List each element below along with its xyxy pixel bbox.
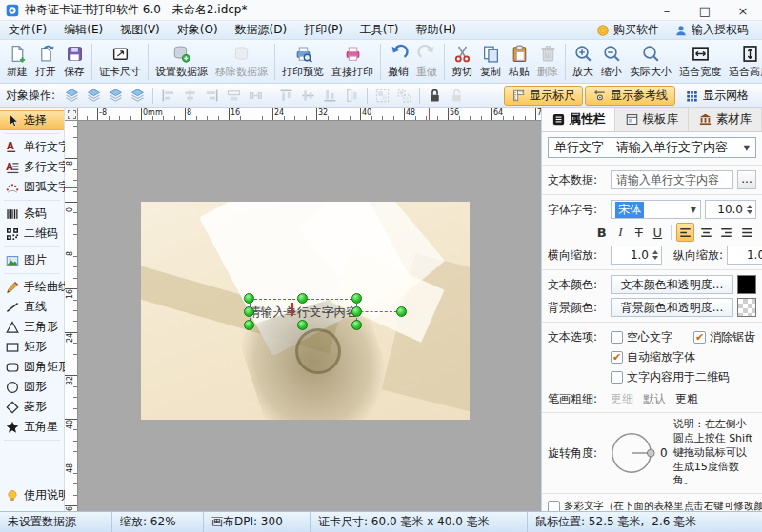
sidebar-item-text-single[interactable]: A单行文字	[0, 137, 64, 157]
checkbox-1[interactable]: ✔	[693, 331, 706, 344]
text-data-input[interactable]: 请输入单行文字内容	[611, 170, 733, 189]
sidebar-item-cursor[interactable]: 选择	[0, 110, 64, 130]
sidebar-item-image[interactable]: 图片	[0, 250, 64, 270]
toggle-guide-button[interactable]: 显示参考线	[585, 86, 675, 106]
toggle-grid-button[interactable]: 显示网格	[677, 86, 756, 106]
sidebar-item-text-arc[interactable]: 圆弧文字	[0, 177, 64, 197]
selection-handle[interactable]	[351, 306, 362, 317]
text-color-button[interactable]: 文本颜色和透明度...	[611, 275, 733, 294]
rotation-dial[interactable]	[607, 427, 658, 479]
minimize-button[interactable]: –	[648, 0, 686, 21]
toolbar-button-new-doc[interactable]: 新建	[3, 41, 31, 83]
align-right-button[interactable]	[717, 223, 736, 242]
underline-button[interactable]: U	[650, 223, 667, 242]
toolbar-button-zoom-actual[interactable]: 实际大小	[626, 41, 675, 83]
bold-button[interactable]: B	[593, 223, 611, 242]
toolbar-button-save[interactable]: 保存	[60, 41, 89, 83]
sidebar-item-line[interactable]: 直线	[0, 297, 64, 317]
tab-properties[interactable]: 属性栏	[542, 108, 615, 131]
text-data-more-button[interactable]: ...	[737, 170, 756, 189]
checkbox-3[interactable]	[611, 371, 623, 384]
object-bring-forward-button[interactable]	[83, 86, 105, 106]
menu-item-4[interactable]: 数据源(D)	[227, 22, 296, 38]
object-send-to-back-button[interactable]	[127, 86, 149, 106]
sidebar-item-diamond[interactable]: 菱形	[0, 397, 64, 417]
menu-item-2[interactable]: 视图(V)	[111, 22, 169, 38]
strikethrough-button[interactable]: T	[631, 223, 648, 242]
align-center-button[interactable]	[696, 223, 715, 242]
sidebar-item-text-multi[interactable]: A多行文字	[0, 157, 64, 177]
spin-up-icon[interactable]	[747, 205, 752, 208]
stroke-option-2[interactable]: 更粗	[675, 392, 698, 405]
toggle-ruler-button[interactable]: 显示标尺	[504, 86, 583, 106]
menu-item-5[interactable]: 打印(P)	[295, 22, 351, 38]
tab-template-library[interactable]: 模板库	[615, 108, 689, 131]
toolbar-button-print-preview[interactable]: 打印预览	[278, 41, 328, 83]
bg-color-swatch[interactable]	[737, 298, 756, 317]
menu-item-6[interactable]: 工具(T)	[351, 22, 408, 38]
checkbox-0[interactable]	[611, 331, 623, 344]
object-bring-to-front-button[interactable]	[61, 86, 83, 106]
toolbar-button-card-size[interactable]: 证卡尺寸	[95, 41, 145, 83]
selection-handle[interactable]	[297, 320, 308, 330]
selection-handle[interactable]	[244, 320, 254, 330]
selection-handle[interactable]	[244, 306, 254, 317]
align-justify-button[interactable]	[738, 223, 757, 242]
sidebar-item-pen[interactable]: 手绘曲线	[0, 277, 64, 297]
stroke-option-0[interactable]: 更细	[611, 392, 633, 405]
print-icon	[343, 44, 363, 64]
selection-handle[interactable]	[244, 293, 254, 304]
design-canvas[interactable]: 请输入单行文字内容	[78, 121, 541, 511]
stroke-option-1[interactable]: 默认	[643, 392, 666, 405]
menu-item-0[interactable]: 文件(F)	[0, 22, 55, 38]
selection-handle[interactable]	[351, 293, 362, 304]
toolbar-button-fit-height[interactable]: 适合高度	[725, 41, 762, 83]
toolbar-button-print[interactable]: 直接打印	[328, 41, 377, 83]
toolbar-button-db-set[interactable]: 设置数据源	[151, 41, 211, 83]
rotation-handle[interactable]	[396, 306, 407, 317]
spin-down-icon[interactable]	[747, 210, 752, 214]
sidebar-item-rect[interactable]: 矩形	[0, 337, 64, 357]
sidebar-item-star[interactable]: 五角星	[0, 417, 64, 437]
bg-color-button[interactable]: 背景颜色和透明度...	[611, 298, 733, 317]
toolbar-button-paste[interactable]: 粘贴	[505, 41, 533, 83]
sidebar-item-barcode[interactable]: 条码	[0, 204, 64, 224]
text-color-swatch[interactable]	[737, 275, 756, 294]
font-size-spinner[interactable]: 10.0	[705, 200, 756, 219]
window-title: 神奇证卡证书打印软件 6.0 - 未命名2.idcp*	[25, 2, 247, 18]
menu-right-user[interactable]: 输入授权码	[669, 22, 754, 38]
font-family-select[interactable]: 宋体▼	[611, 200, 701, 219]
object-lock-button[interactable]	[424, 86, 446, 106]
sidebar-item-qrcode[interactable]: 二维码	[0, 224, 64, 244]
object-selector[interactable]: 单行文字 - 请输入单行文字内容▼	[548, 137, 756, 158]
sidebar-item-triangle[interactable]: 三角形	[0, 317, 64, 337]
selection-handle[interactable]	[297, 293, 308, 304]
sidebar-separator	[4, 133, 60, 134]
toolbar-button-undo[interactable]: 撤销	[384, 41, 412, 83]
checkbox-2[interactable]: ✔	[611, 351, 623, 364]
toolbar-button-copy[interactable]: 复制	[476, 41, 505, 83]
toolbar-button-cut[interactable]: 剪切	[448, 41, 476, 83]
selection-handle[interactable]	[351, 320, 362, 330]
tab-material-library[interactable]: 素材库	[689, 108, 762, 131]
toolbar-button-open-doc[interactable]: 打开	[31, 41, 60, 83]
sidebar-item-circle[interactable]: 圆形	[0, 377, 64, 397]
sidebar-item-help[interactable]: 使用说明	[0, 485, 64, 505]
menu-item-1[interactable]: 编辑(E)	[55, 22, 111, 38]
multicolor-checkbox[interactable]	[548, 501, 560, 511]
toolbar-button-fit-width[interactable]: 适合宽度	[675, 41, 725, 83]
close-button[interactable]: ×	[724, 0, 762, 21]
italic-button[interactable]: I	[612, 223, 630, 242]
scale-v-spinner[interactable]: 1.0	[727, 246, 762, 265]
menu-right-coin[interactable]: 购买软件	[591, 22, 665, 38]
object-align-bottom-button	[319, 86, 341, 106]
object-send-backward-button[interactable]	[105, 86, 127, 106]
sidebar-item-rounded-rect[interactable]: 圆角矩形	[0, 357, 64, 377]
menu-item-7[interactable]: 帮助(H)	[408, 22, 465, 38]
toolbar-button-zoom-in[interactable]: 放大	[569, 41, 597, 83]
menu-item-3[interactable]: 对象(O)	[169, 22, 227, 38]
maximize-button[interactable]: □	[686, 0, 724, 21]
align-left-button[interactable]	[676, 223, 695, 242]
scale-h-spinner[interactable]: 1.0	[611, 246, 662, 265]
toolbar-button-zoom-out[interactable]: 缩小	[597, 41, 626, 83]
